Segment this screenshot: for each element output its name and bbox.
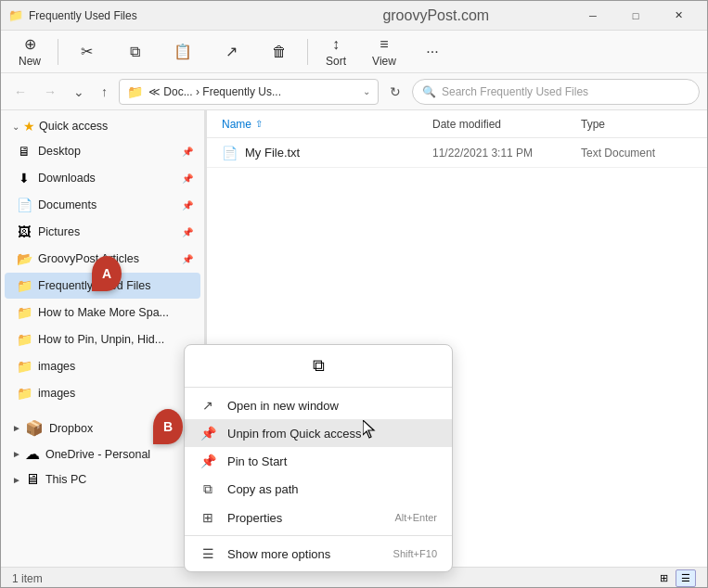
cut-icon: ✂ — [81, 43, 93, 60]
sidebar-item-images-1[interactable]: 📁 images — [5, 353, 200, 379]
ctx-properties-label: Properties — [227, 511, 383, 525]
ctx-show-more-label: Show more options — [227, 547, 382, 561]
column-name-label: Name — [222, 118, 251, 131]
view-button[interactable]: ≡ View — [361, 33, 407, 70]
quick-access-chevron: ⌄ — [12, 121, 19, 132]
ctx-properties[interactable]: ⊞ Properties Alt+Enter — [185, 504, 452, 531]
address-bar: ← → ⌄ ↑ 📁 ≪ Doc... › Frequently Us... ⌄ … — [1, 73, 707, 110]
maximize-button[interactable]: □ — [614, 1, 657, 31]
ctx-unpin-quick-access[interactable]: 📌 Unpin from Quick access — [185, 419, 452, 447]
column-name[interactable]: Name ⇧ — [222, 118, 432, 131]
pictures-icon: 🖼 — [16, 224, 32, 239]
item-count: 1 item — [12, 572, 43, 585]
recent-button[interactable]: ⌄ — [68, 81, 90, 103]
sidebar-item-how-to-1[interactable]: 📁 How to Make More Spa... — [5, 300, 200, 326]
onedrive-label: OneDrive - Personal — [45, 448, 150, 461]
downloads-icon: ⬇ — [16, 171, 32, 185]
paste-button[interactable]: 📋 — [160, 33, 206, 70]
file-name-label: My File.txt — [245, 146, 300, 160]
file-type-cell: Text Document — [581, 147, 692, 160]
path-chevron: ⌄ — [363, 86, 370, 96]
onedrive-chevron: ► — [12, 449, 21, 459]
delete-icon: 🗑 — [272, 44, 287, 60]
view-icon: ≡ — [380, 36, 388, 53]
onedrive-header[interactable]: ► ☁ OneDrive - Personal — [5, 441, 200, 467]
window-controls: ─ □ ✕ — [572, 1, 700, 31]
ctx-separator-bottom — [185, 535, 452, 536]
table-row[interactable]: 📄 My File.txt 11/22/2021 3:11 PM Text Do… — [207, 138, 707, 168]
new-button[interactable]: ⊕ New — [6, 33, 53, 70]
share-icon: ↗ — [225, 43, 238, 60]
site-label: groovyPost.com — [301, 7, 573, 24]
view-list-button[interactable]: ☰ — [676, 569, 696, 587]
sort-arrow-icon: ⇧ — [255, 119, 263, 129]
badge-a: A — [92, 256, 122, 291]
thispc-icon: 🖥 — [25, 471, 40, 488]
pin-start-icon: 📌 — [200, 454, 216, 468]
pin-icon: 📌 — [182, 227, 193, 237]
ctx-copy-path[interactable]: ⧉ Copy as path — [185, 475, 452, 504]
file-date-cell: 11/22/2021 3:11 PM — [432, 147, 581, 160]
ctx-pin-to-start[interactable]: 📌 Pin to Start — [185, 447, 452, 475]
search-box[interactable]: 🔍 Search Frequently Used Files — [412, 79, 700, 105]
more-button[interactable]: ··· — [409, 33, 456, 70]
address-path[interactable]: 📁 ≪ Doc... › Frequently Us... ⌄ — [119, 79, 379, 105]
cut-button[interactable]: ✂ — [63, 33, 109, 70]
sidebar-item-documents[interactable]: 📄 Documents 📌 — [5, 192, 200, 218]
sidebar-item-pictures[interactable]: 🖼 Pictures 📌 — [5, 219, 200, 245]
thispc-chevron: ► — [12, 475, 21, 485]
thispc-header[interactable]: ► 🖥 This PC — [5, 467, 200, 492]
quick-access-label: Quick access — [39, 120, 108, 133]
ctx-properties-shortcut: Alt+Enter — [394, 512, 437, 523]
pin-icon: 📌 — [182, 200, 193, 211]
quick-access-header[interactable]: ⌄ ★ Quick access — [5, 115, 200, 137]
separator-1 — [58, 39, 58, 65]
sidebar-item-downloads[interactable]: ⬇ Downloads 📌 — [5, 165, 200, 191]
sort-icon: ↕ — [332, 36, 340, 53]
pin-icon: 📌 — [182, 173, 193, 184]
ctx-show-more[interactable]: ☰ Show more options Shift+F10 — [185, 540, 452, 568]
ctx-pin-start-label: Pin to Start — [227, 454, 437, 468]
ctx-open-new-window-label: Open in new window — [227, 399, 437, 413]
ctx-open-new-window[interactable]: ↗ Open in new window — [185, 391, 452, 419]
close-button[interactable]: ✕ — [657, 1, 700, 31]
sidebar-item-desktop[interactable]: 🖥 Desktop 📌 — [5, 138, 200, 164]
refresh-button[interactable]: ↻ — [384, 81, 406, 103]
toolbar: ⊕ New ✂ ⧉ 📋 ↗ 🗑 ↕ Sort ≡ View ··· — [1, 31, 707, 73]
groovypost-icon: 📂 — [16, 251, 32, 266]
file-icon: 📄 — [222, 146, 238, 160]
path-text: ≪ Doc... › Frequently Us... — [148, 85, 281, 98]
open-new-window-icon: ↗ — [200, 398, 216, 413]
badge-b: B — [153, 409, 183, 444]
sidebar-item-images-2[interactable]: 📁 images — [5, 380, 200, 406]
sort-button[interactable]: ↕ Sort — [313, 33, 359, 70]
show-more-icon: ☰ — [200, 546, 216, 561]
images-icon-1: 📁 — [16, 359, 32, 374]
column-date[interactable]: Date modified — [432, 118, 581, 131]
separator-2 — [307, 39, 308, 65]
pin-icon: 📌 — [182, 147, 193, 157]
forward-button[interactable]: → — [38, 81, 62, 103]
ctx-show-more-shortcut: Shift+F10 — [393, 548, 437, 559]
ctx-unpin-label: Unpin from Quick access — [227, 427, 437, 441]
share-button[interactable]: ↗ — [208, 33, 254, 70]
onedrive-icon: ☁ — [25, 445, 40, 463]
folder-icon-2: 📁 — [16, 332, 32, 347]
folder-icon-1: 📁 — [16, 305, 32, 320]
view-label: View — [372, 55, 396, 68]
sidebar-item-how-to-2[interactable]: 📁 How to Pin, Unpin, Hid... — [5, 326, 200, 352]
more-icon: ··· — [426, 44, 438, 60]
column-type[interactable]: Type — [581, 118, 692, 131]
minimize-button[interactable]: ─ — [572, 1, 614, 31]
paste-icon: 📋 — [174, 43, 192, 60]
back-button[interactable]: ← — [8, 81, 32, 103]
up-button[interactable]: ↑ — [96, 81, 113, 103]
freq-used-icon: 📁 — [16, 278, 32, 293]
copy-button[interactable]: ⧉ — [111, 33, 158, 70]
sidebar: ⌄ ★ Quick access 🖥 Desktop 📌 ⬇ Downloads… — [1, 110, 205, 567]
ctx-separator-top — [185, 387, 452, 388]
thispc-label: This PC — [45, 473, 86, 486]
path-icon: 📁 — [127, 84, 143, 99]
view-grid-button[interactable]: ⊞ — [654, 569, 674, 587]
delete-button[interactable]: 🗑 — [256, 33, 303, 70]
